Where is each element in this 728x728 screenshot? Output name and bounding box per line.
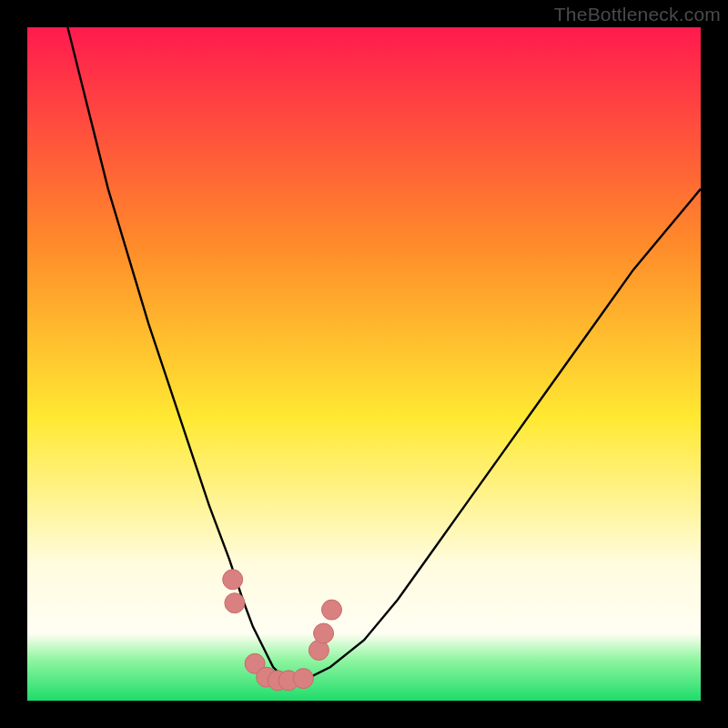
plot-area	[27, 27, 701, 701]
highlight-marker	[293, 669, 313, 689]
highlight-marker	[314, 623, 334, 643]
bottleneck-chart	[27, 27, 701, 701]
highlight-marker	[225, 593, 245, 613]
gradient-background	[27, 27, 701, 701]
watermark-text: TheBottleneck.com	[554, 4, 721, 25]
highlight-marker	[223, 570, 243, 590]
highlight-marker	[322, 600, 342, 620]
chart-frame: TheBottleneck.com	[0, 0, 728, 728]
